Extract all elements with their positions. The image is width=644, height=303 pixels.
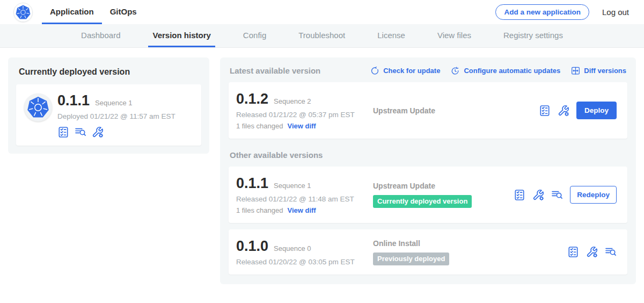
preflight-checklist-icon[interactable]	[539, 105, 551, 117]
view-diff-icon[interactable]	[75, 126, 86, 138]
version-number: 0.1.2	[236, 91, 268, 107]
released-timestamp: Released 01/21/22 @ 05:37 pm EST	[236, 111, 373, 119]
config-wrench-icon[interactable]	[532, 189, 544, 201]
subnav-license[interactable]: License	[373, 24, 409, 47]
config-wrench-icon[interactable]	[558, 105, 569, 117]
subnav-dashboard[interactable]: Dashboard	[77, 24, 125, 47]
other-versions-title: Other available versions	[230, 150, 626, 160]
view-diff-link[interactable]: View diff	[287, 206, 316, 214]
preflight-checklist-icon[interactable]	[514, 189, 525, 201]
add-new-application-button[interactable]: Add a new application	[495, 4, 589, 20]
version-info: 0.1.1 Sequence 1 Released 01/21/22 @ 11:…	[236, 175, 373, 214]
version-actions: Redeploy	[514, 186, 617, 204]
configure-automatic-updates-link[interactable]: Configure automatic updates	[451, 66, 560, 75]
released-timestamp: Released 01/20/22 @ 03:05 pm EST	[236, 258, 373, 266]
version-number: 0.1.1	[236, 175, 268, 192]
currently-deployed-card: Currently deployed version 0.1.1 Sequenc…	[8, 57, 209, 154]
released-timestamp: Released 01/21/22 @ 11:48 am EST	[236, 195, 373, 203]
subnav-config[interactable]: Config	[239, 24, 270, 47]
panel-head: Latest available version Check for updat…	[230, 66, 626, 75]
source-label: Upstream Update	[373, 106, 539, 115]
top-navbar: Application GitOps Add a new application…	[0, 0, 644, 24]
config-wrench-icon[interactable]	[92, 126, 104, 138]
source-label: Online Install	[373, 239, 567, 248]
sequence-label: Sequence 2	[274, 97, 311, 105]
latest-version-title: Latest available version	[230, 66, 320, 75]
version-actions: Deploy	[539, 102, 617, 119]
schedule-clock-icon	[451, 66, 460, 75]
previously-deployed-badge: Previously deployed	[373, 252, 449, 265]
app-logo-large	[24, 93, 52, 121]
view-diff-link[interactable]: View diff	[287, 122, 316, 130]
version-number: 0.1.0	[236, 238, 268, 255]
version-row-0-1-0: 0.1.0 Sequence 0 Released 01/20/22 @ 03:…	[229, 229, 627, 275]
deployed-version-info: 0.1.1 Sequence 1 Deployed 01/21/22 @ 11:…	[57, 92, 175, 138]
files-changed-label: 1 files changed	[236, 206, 283, 214]
sequence-label: Sequence 0	[274, 244, 311, 252]
deployed-actions	[57, 126, 175, 138]
version-source: Upstream Update Currently deployed versi…	[373, 182, 514, 208]
tab-gitops[interactable]: GitOps	[102, 0, 145, 24]
app-subnav: Dashboard Version history Config Trouble…	[0, 24, 644, 48]
subnav-registry-settings[interactable]: Registry settings	[499, 24, 567, 47]
version-info: 0.1.2 Sequence 2 Released 01/21/22 @ 05:…	[236, 91, 373, 130]
deployed-version-box: 0.1.1 Sequence 1 Deployed 01/21/22 @ 11:…	[16, 84, 201, 146]
config-wrench-icon[interactable]	[586, 246, 598, 258]
topnav-right: Add a new application Log out	[495, 4, 629, 20]
version-row-0-1-1: 0.1.1 Sequence 1 Released 01/21/22 @ 11:…	[229, 167, 627, 223]
tab-application[interactable]: Application	[42, 0, 102, 24]
preflight-checklist-icon[interactable]	[57, 126, 69, 138]
diff-versions-link[interactable]: Diff versions	[571, 66, 626, 75]
deploy-button[interactable]: Deploy	[576, 102, 617, 119]
view-diff-icon[interactable]	[551, 189, 563, 201]
version-source: Online Install Previously deployed	[373, 239, 567, 265]
deployed-sequence: Sequence 1	[95, 99, 132, 107]
redeploy-button[interactable]: Redeploy	[570, 186, 617, 204]
main-content: Currently deployed version 0.1.1 Sequenc…	[0, 48, 644, 284]
version-info: 0.1.0 Sequence 0 Released 01/20/22 @ 03:…	[236, 238, 373, 266]
app-logo	[13, 3, 33, 22]
kubernetes-logo-icon	[26, 96, 50, 119]
subnav-troubleshoot[interactable]: Troubleshoot	[294, 24, 349, 47]
deployed-card-title: Currently deployed version	[19, 67, 201, 77]
deployed-version-number: 0.1.1	[57, 92, 90, 109]
preflight-checklist-icon[interactable]	[567, 246, 579, 258]
top-tabs: Application GitOps	[42, 0, 145, 24]
currently-deployed-badge: Currently deployed version	[373, 195, 472, 208]
subnav-version-history[interactable]: Version history	[148, 24, 215, 47]
version-source: Upstream Update	[373, 106, 539, 115]
sequence-label: Sequence 1	[274, 182, 311, 190]
refresh-icon	[370, 66, 379, 75]
deployed-timestamp: Deployed 01/21/22 @ 11:57 am EST	[57, 112, 175, 120]
subnav-view-files[interactable]: View files	[433, 24, 475, 47]
check-for-update-link[interactable]: Check for update	[370, 66, 440, 75]
logout-button[interactable]: Log out	[602, 8, 629, 17]
version-history-panel: Latest available version Check for updat…	[220, 57, 636, 284]
source-label: Upstream Update	[373, 182, 514, 190]
kubernetes-logo-icon	[15, 4, 31, 20]
files-changed-label: 1 files changed	[236, 122, 283, 130]
view-diff-icon[interactable]	[605, 246, 617, 258]
diff-versions-icon	[571, 66, 580, 75]
version-actions	[567, 246, 617, 258]
version-row-0-1-2: 0.1.2 Sequence 2 Released 01/21/22 @ 05:…	[229, 82, 627, 139]
panel-actions: Check for update Configure automatic upd…	[370, 66, 626, 75]
